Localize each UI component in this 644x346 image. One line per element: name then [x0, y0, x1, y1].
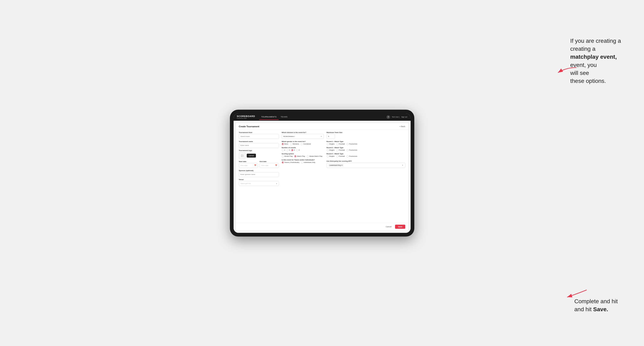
api-value: Leaderboard King — [330, 165, 341, 166]
round1-fourball-label: Fourball — [339, 143, 345, 145]
start-date-input[interactable]: Pick a date 📅 — [239, 163, 258, 168]
gender-womens-label: Womens — [292, 143, 299, 145]
tournament-host-group: Tournament Host — [239, 132, 279, 139]
sponsor-label: Sponsor (optional) — [239, 170, 279, 172]
round1-singles[interactable]: Singles — [326, 143, 334, 145]
gender-combined-label: Combined — [303, 143, 311, 145]
start-date-label: Start date — [239, 161, 258, 163]
scoring-medal-label: Medal Match Play — [310, 155, 322, 157]
round3-foursomes-label: Foursomes — [349, 155, 357, 157]
tournament-name-input[interactable] — [239, 143, 279, 148]
form-col-mid: Which division is the event for? NCAA Di… — [282, 132, 324, 221]
date-row: Start date Pick a date 📅 End date Pick a… — [239, 161, 279, 168]
venue-field-wrapper: Search golf club ▼ — [239, 181, 279, 186]
division-label: Which division is the event for? — [282, 132, 324, 133]
radio-round2-indicator — [286, 149, 288, 151]
radio-round4-indicator — [296, 149, 298, 151]
end-date-input[interactable]: Pick a date 📅 — [260, 163, 279, 168]
calendar-icon: 📅 — [254, 165, 256, 166]
round3-fourball[interactable]: Fourball — [336, 155, 345, 157]
scoring-group: Scoring system Stroke Play Match Play — [282, 153, 324, 157]
round3-foursomes[interactable]: Foursomes — [346, 155, 357, 157]
round-3-label: 3 — [294, 149, 295, 151]
main-content: Create Tournament < Back Tournament Host… — [234, 121, 410, 233]
individuals-only[interactable]: Individuals Only — [301, 162, 315, 164]
round-3[interactable]: 3 — [291, 149, 295, 151]
annotation-save-bold: Save. — [593, 306, 608, 313]
radio-r2-foursomes-indicator — [346, 149, 348, 151]
teams-plus-label: Teams (+Individuals) — [284, 162, 300, 163]
round3-match-type-label: Round 3 - Match Type — [326, 153, 405, 155]
round-1[interactable]: 1 — [282, 149, 285, 151]
nav-tournaments[interactable]: TOURNAMENTS — [259, 114, 279, 120]
round3-match-type-options: Singles Fourball Foursomes — [326, 155, 405, 157]
sponsor-input[interactable] — [239, 172, 279, 177]
logo-area: Upload — [239, 153, 279, 159]
tablet-screen: SCOREBOARD Powered by clippit TOURNAMENT… — [234, 113, 410, 233]
radio-mens-indicator — [282, 143, 284, 145]
api-label: Use third-party live scoring API? — [326, 160, 405, 162]
division-select[interactable]: NCAA Division I ▼ — [282, 134, 324, 139]
form-col-left: Tournament Host Tournament name Tourname… — [239, 132, 279, 221]
sponsor-group: Sponsor (optional) — [239, 170, 279, 177]
start-date-group: Start date Pick a date 📅 — [239, 161, 258, 168]
teams-options: Teams (+Individuals) Individuals Only — [282, 162, 324, 164]
round1-fourball[interactable]: Fourball — [336, 143, 345, 145]
tournament-host-input[interactable] — [239, 134, 279, 139]
scoring-stroke[interactable]: Stroke Play — [282, 155, 293, 157]
api-chevron-icon: ▼ — [402, 165, 404, 166]
logo-placeholder — [239, 153, 246, 159]
max-team-size-input[interactable] — [326, 134, 335, 139]
nav-teams[interactable]: TEAMS — [279, 114, 290, 120]
bottom-arrow — [564, 288, 589, 301]
cancel-button[interactable]: Cancel — [384, 225, 394, 229]
signout-link[interactable]: Sign out — [401, 116, 407, 118]
gender-mens[interactable]: Mens — [282, 143, 288, 145]
calendar-icon-end: 📅 — [275, 165, 277, 166]
round3-fourball-label: Fourball — [339, 155, 345, 157]
annotation-top-text-1: If you are creating a — [570, 38, 621, 44]
round2-foursomes-label: Foursomes — [349, 149, 357, 151]
tournament-logo-label: Tournament logo — [239, 150, 279, 152]
api-tag: Leaderboard King ✕ — [328, 164, 344, 167]
radio-r1-foursomes-indicator — [346, 143, 348, 145]
round2-fourball[interactable]: Fourball — [336, 149, 345, 151]
round1-foursomes[interactable]: Foursomes — [346, 143, 357, 145]
end-date-group: End date Pick a date 📅 — [260, 161, 279, 168]
scoring-match-label: Match Play — [297, 155, 305, 157]
radio-stroke-indicator — [282, 155, 284, 157]
gender-womens[interactable]: Womens — [290, 143, 299, 145]
annotation-top-text-2: creating a — [570, 46, 596, 52]
venue-select[interactable]: Search golf club ▼ — [239, 181, 279, 186]
scoring-match[interactable]: Match Play — [294, 155, 305, 157]
save-button[interactable]: Save — [395, 225, 405, 229]
round1-singles-label: Singles — [329, 143, 334, 145]
back-button[interactable]: < Back — [400, 125, 405, 128]
round2-match-type-group: Round 2 - Match Type Singles Fourball — [326, 147, 405, 151]
round-1-label: 1 — [284, 149, 285, 151]
radio-womens-indicator — [290, 143, 292, 145]
radio-r3-singles-indicator — [326, 155, 329, 157]
venue-placeholder: Search golf club — [240, 183, 251, 184]
teams-group: Is this event for Teams and/or Individua… — [282, 159, 324, 164]
api-select[interactable]: Leaderboard King ✕ ▼ — [326, 163, 405, 168]
upload-button[interactable]: Upload — [247, 154, 256, 158]
scoring-medal[interactable]: Medal Match Play — [307, 155, 322, 157]
annotation-top-bold: matchplay event, — [570, 54, 617, 60]
radio-r3-fourball-indicator — [336, 155, 338, 157]
tournament-logo-group: Tournament logo Upload — [239, 150, 279, 159]
navbar: SCOREBOARD Powered by clippit TOURNAMENT… — [234, 113, 410, 121]
teams-plus-individuals[interactable]: Teams (+Individuals) — [282, 162, 300, 164]
round2-foursomes[interactable]: Foursomes — [346, 149, 357, 151]
round3-singles[interactable]: Singles — [326, 155, 334, 157]
radio-medal-indicator — [307, 155, 309, 157]
tournament-name-group: Tournament name — [239, 141, 279, 148]
round-2-label: 2 — [289, 149, 290, 151]
api-close-icon[interactable]: ✕ — [341, 165, 342, 166]
round2-singles[interactable]: Singles — [326, 149, 334, 151]
max-team-size-label: Maximum Team Size — [326, 132, 405, 133]
round-2[interactable]: 2 — [286, 149, 290, 151]
round-4[interactable]: 4 — [296, 149, 300, 151]
gender-combined[interactable]: Combined — [300, 143, 311, 145]
radio-teams-indicator — [282, 162, 284, 164]
